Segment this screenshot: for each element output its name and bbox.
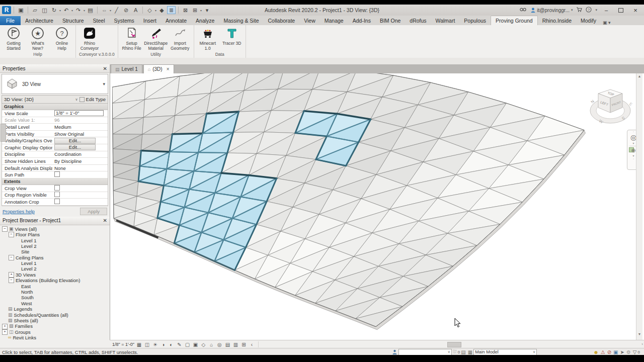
tree-expander-icon[interactable]: − — [9, 278, 14, 283]
tree-expander-icon[interactable]: + — [9, 272, 14, 278]
what-s-new--button[interactable]: ★What'sNew? — [26, 26, 49, 51]
shadows-icon[interactable]: ◑ — [160, 341, 167, 347]
prop-checkbox[interactable] — [54, 171, 60, 177]
import-geometry-button[interactable]: ImportGeometry — [169, 26, 192, 51]
editable-only-icon[interactable]: ⛆ — [453, 349, 457, 355]
tree-item-south[interactable]: South — [2, 295, 110, 300]
tab-collaborate[interactable]: Collaborate — [263, 16, 299, 25]
drawing-area[interactable] — [110, 73, 644, 340]
prop-checkbox[interactable] — [54, 192, 60, 197]
crop-view-icon[interactable]: ▢ — [184, 341, 191, 347]
tab-walmart[interactable]: Walmart — [431, 16, 460, 25]
wheel-dropdown-icon[interactable]: ▾ — [632, 141, 634, 145]
sketchy-lines-icon[interactable]: ✎ — [176, 341, 183, 347]
tree-item-north[interactable]: North — [2, 289, 110, 295]
displacement-icon[interactable]: ⊞ — [240, 341, 247, 347]
active-workset-combo[interactable]: ∨ — [398, 349, 452, 355]
tab-drofus[interactable]: dRofus — [405, 16, 431, 25]
online-help-button[interactable]: ?OnlineHelp — [50, 26, 73, 51]
measure-icon[interactable]: ⇔ — [100, 6, 109, 14]
save-icon[interactable]: ◫ — [40, 6, 49, 14]
tab-proving-ground[interactable]: Proving Ground — [491, 16, 538, 25]
unlink-icon[interactable]: ⊘ — [607, 349, 611, 355]
tree-item-level-1[interactable]: Level 1 — [2, 260, 110, 266]
view-filter-combo[interactable]: 3D View: {3D} ∨ Edit Type — [2, 95, 108, 104]
undo-icon[interactable]: ↶ — [62, 6, 70, 14]
vertical-scrollbar-thumb[interactable] — [1, 124, 6, 142]
prop-checkbox[interactable] — [54, 185, 60, 191]
rhino-conveyor-button[interactable]: RhinoConveyor — [78, 26, 101, 51]
temporary-dimensions-icon[interactable]: ▤ — [461, 349, 465, 355]
tab-analyze[interactable]: Analyze — [191, 16, 219, 25]
ribbon-display-toggle-icon[interactable]: ▣ ▾ — [603, 20, 611, 25]
tab-manage[interactable]: Manage — [320, 16, 348, 25]
sun-path-icon[interactable]: ☀ — [152, 341, 158, 347]
zoom-dropdown-icon[interactable]: ▾ — [632, 154, 634, 157]
select-link-icon[interactable]: ▣ — [613, 349, 618, 355]
scale-control[interactable]: 1/8" = 1'-0" — [112, 342, 134, 347]
design-options-icon[interactable]: ▦ — [468, 349, 472, 355]
project-browser-header[interactable]: Project Browser - Project1 ✕ — [0, 217, 110, 225]
minimize-button[interactable]: – — [601, 7, 612, 14]
view-tab-level-1[interactable]: ▤Level 1 — [111, 64, 142, 73]
tree-item-level-1[interactable]: Level 1 — [2, 238, 110, 243]
collapse-icon[interactable]: ‹ — [249, 341, 255, 347]
3d-mesh-canvas[interactable] — [112, 73, 636, 340]
apply-button[interactable]: Apply — [80, 208, 107, 215]
tree-expander-icon[interactable]: − — [9, 255, 14, 260]
edit-type-button[interactable]: ∨ Edit Type — [75, 97, 106, 102]
tree-item-legends[interactable]: ▤Legends — [2, 306, 110, 312]
visual-style-icon[interactable]: ◫ — [144, 341, 150, 347]
properties-help-link[interactable]: Properties help — [3, 209, 35, 214]
prop-checkbox[interactable] — [54, 199, 60, 204]
tree-item-families[interactable]: +▧Families — [2, 323, 110, 329]
tree-item-views-all-[interactable]: −▣Views (all) — [2, 226, 110, 232]
tree-item-ceiling-plans[interactable]: −Ceiling Plans — [2, 255, 110, 260]
prop-value[interactable]: Show Original — [54, 131, 84, 137]
tab-add-ins[interactable]: Add-Ins — [348, 16, 375, 25]
reveal-hidden-icon[interactable]: ◎ — [216, 341, 223, 347]
tab-file[interactable]: File — [0, 16, 21, 25]
signin-user[interactable]: it@provinggr... ▾ — [531, 8, 573, 13]
prop-value[interactable]: By Discipline — [54, 158, 82, 164]
horizontal-scrollbar-thumb[interactable] — [447, 342, 461, 347]
tab-steel[interactable]: Steel — [89, 16, 110, 25]
user-dropdown-icon[interactable]: ▾ — [571, 8, 573, 12]
thin-lines-icon[interactable]: ≣ — [167, 6, 176, 14]
worksharing-display-icon[interactable]: ☻ — [593, 349, 599, 355]
tree-item-revit-links[interactable]: ∞Revit Links — [2, 335, 110, 340]
tree-item-sheets-all-[interactable]: ▨Sheets (all) — [2, 318, 110, 323]
directshape-material-button[interactable]: DirectShapeMaterial — [144, 26, 168, 51]
tab-architecture[interactable]: Architecture — [21, 16, 58, 25]
window-icon[interactable]: ▣ — [17, 6, 25, 14]
tree-expander-icon[interactable]: + — [2, 324, 8, 329]
tab-rhino-inside[interactable]: Rhino.Inside — [538, 16, 576, 25]
restore-button[interactable] — [615, 7, 626, 14]
undo-icon-dropdown[interactable]: ▾ — [71, 9, 73, 12]
rendering-icon[interactable]: ◐ — [168, 341, 175, 347]
measure-icon-dropdown[interactable]: ▾ — [110, 9, 111, 12]
help-icon[interactable]: ? — [586, 7, 592, 14]
tree-item-east[interactable]: East — [2, 284, 110, 289]
sync-icon-dropdown[interactable]: ▾ — [59, 9, 61, 12]
open-icon[interactable]: ▱ — [31, 6, 39, 14]
tree-item-west[interactable]: West — [2, 301, 110, 306]
text-icon[interactable]: A — [131, 6, 140, 14]
tab-view[interactable]: View — [299, 16, 320, 25]
prop-value[interactable]: Coordination — [54, 151, 82, 157]
tag-icon[interactable]: ⊘ — [122, 6, 130, 14]
sync-icon[interactable]: ↻ — [50, 6, 58, 14]
hscroll-right-arrow[interactable]: › — [641, 342, 643, 346]
tree-expander-icon[interactable]: − — [9, 232, 14, 237]
section-icon[interactable]: ◆ — [157, 6, 166, 14]
tree-item-elevations-building-elevation-[interactable]: −Elevations (Building Elevation) — [2, 278, 110, 283]
tab-bim-one[interactable]: BIM One — [375, 16, 405, 25]
tree-item-groups[interactable]: +◫Groups — [2, 329, 110, 335]
tab-modify[interactable]: Modify — [576, 16, 601, 25]
tree-item-schedules-quantities-all-[interactable]: ▥Schedules/Quantities (all) — [2, 312, 110, 318]
redo-icon[interactable]: ↷ — [74, 6, 83, 14]
minecart-1-0-button[interactable]: Minecart1.0 — [196, 26, 219, 51]
lock-view-icon[interactable]: ◇ — [200, 341, 207, 347]
horizontal-scrollbar[interactable]: › — [258, 341, 644, 347]
3d-view-icon-dropdown[interactable]: ▾ — [155, 9, 156, 12]
